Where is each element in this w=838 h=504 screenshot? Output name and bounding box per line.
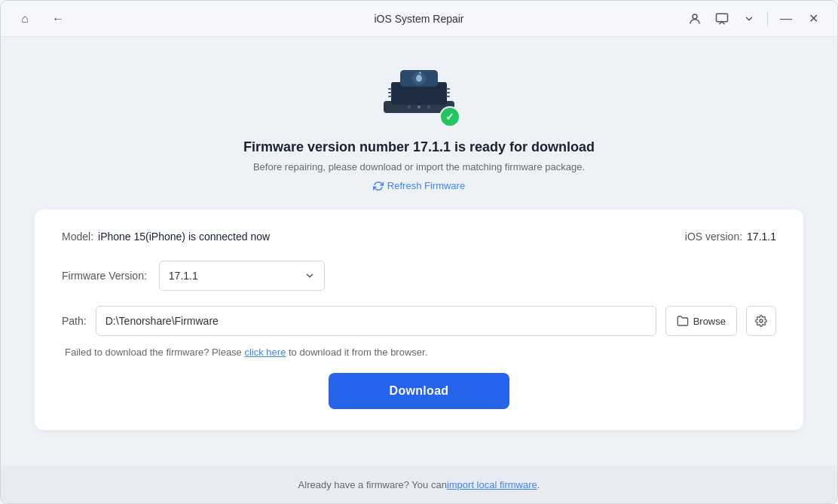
hero-section: ✓ Firmware version number 17.1.1 is read… bbox=[243, 60, 595, 191]
fail-text: Failed to download the firmware? Please bbox=[65, 347, 244, 358]
firmware-version-select[interactable]: 17.1.1 bbox=[159, 261, 325, 291]
fail-suffix: to download it from the browser. bbox=[286, 347, 427, 358]
device-icon-wrapper: ✓ bbox=[378, 60, 460, 127]
close-icon[interactable]: ✕ bbox=[801, 7, 825, 31]
folder-icon bbox=[677, 315, 689, 327]
svg-point-15 bbox=[760, 319, 763, 322]
hero-subtitle: Before repairing, please download or imp… bbox=[253, 161, 585, 173]
import-firmware-link[interactable]: import local firmware bbox=[447, 479, 537, 490]
app-title: iOS System Repair bbox=[374, 13, 463, 25]
fail-notice: Failed to download the firmware? Please … bbox=[62, 347, 776, 358]
ios-label: iOS version: bbox=[685, 231, 742, 243]
firmware-version-value: 17.1.1 bbox=[169, 270, 198, 282]
titlebar: ⌂ ← iOS System Repair — ✕ bbox=[1, 1, 837, 37]
click-here-link[interactable]: click here bbox=[244, 347, 286, 358]
svg-rect-11 bbox=[446, 96, 450, 97]
main-content: ✓ Firmware version number 17.1.1 is read… bbox=[1, 37, 837, 466]
browse-label: Browse bbox=[693, 316, 726, 327]
check-badge: ✓ bbox=[439, 106, 460, 127]
ios-value: 17.1.1 bbox=[747, 231, 776, 243]
svg-rect-10 bbox=[446, 92, 450, 93]
firmware-card: Model: iPhone 15(iPhone) is connected no… bbox=[35, 209, 803, 430]
titlebar-divider bbox=[767, 11, 768, 26]
svg-point-13 bbox=[417, 105, 421, 108]
chevron-down-icon bbox=[304, 270, 315, 281]
minimize-icon[interactable]: — bbox=[774, 7, 798, 31]
gear-icon bbox=[755, 315, 767, 327]
titlebar-left: ⌂ ← bbox=[13, 7, 70, 31]
browse-button[interactable]: Browse bbox=[665, 306, 737, 336]
footer: Already have a firmware? You can import … bbox=[1, 466, 837, 503]
path-input[interactable] bbox=[96, 306, 656, 336]
svg-point-14 bbox=[427, 105, 430, 108]
firmware-version-row: Firmware Version: 17.1.1 bbox=[62, 261, 776, 291]
path-row: Path: Browse bbox=[62, 306, 776, 336]
titlebar-right: — ✕ bbox=[683, 7, 825, 31]
hero-title: Firmware version number 17.1.1 is ready … bbox=[243, 139, 595, 155]
back-icon[interactable]: ← bbox=[46, 7, 70, 31]
footer-text: Already have a firmware? You can bbox=[298, 479, 447, 490]
device-info-row: Model: iPhone 15(iPhone) is connected no… bbox=[62, 231, 776, 243]
model-info: Model: iPhone 15(iPhone) is connected no… bbox=[62, 231, 270, 243]
ios-info: iOS version: 17.1.1 bbox=[685, 231, 776, 243]
path-label: Path: bbox=[62, 315, 87, 327]
settings-button[interactable] bbox=[746, 306, 776, 336]
user-icon[interactable] bbox=[683, 7, 707, 31]
model-value: iPhone 15(iPhone) is connected now bbox=[98, 231, 270, 243]
download-button[interactable]: Download bbox=[329, 373, 509, 409]
refresh-label: Refresh Firmware bbox=[387, 180, 465, 191]
svg-point-12 bbox=[408, 105, 411, 108]
svg-rect-7 bbox=[388, 92, 392, 93]
footer-suffix: . bbox=[537, 479, 540, 490]
svg-rect-6 bbox=[388, 88, 392, 90]
dropdown-icon[interactable] bbox=[737, 7, 761, 31]
firmware-version-label: Firmware Version: bbox=[62, 270, 147, 282]
svg-point-0 bbox=[693, 14, 697, 19]
chat-icon[interactable] bbox=[710, 7, 734, 31]
refresh-icon bbox=[373, 181, 384, 191]
svg-rect-1 bbox=[717, 14, 728, 22]
refresh-firmware-link[interactable]: Refresh Firmware bbox=[373, 180, 465, 191]
svg-rect-9 bbox=[446, 88, 450, 90]
home-icon[interactable]: ⌂ bbox=[13, 7, 37, 31]
svg-rect-8 bbox=[388, 96, 392, 97]
model-label: Model: bbox=[62, 231, 93, 243]
